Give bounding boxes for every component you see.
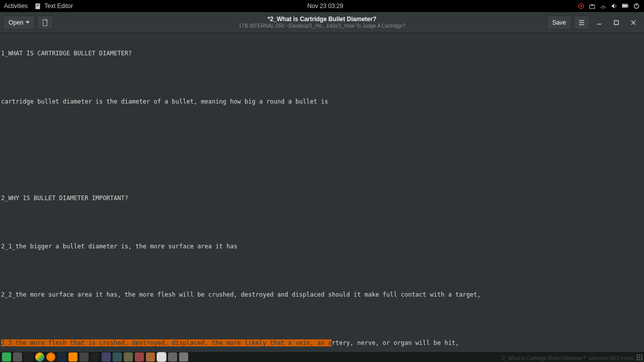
svg-rect-9 <box>627 5 628 7</box>
dock-files[interactable] <box>13 352 22 361</box>
volume-icon[interactable] <box>611 3 618 10</box>
clock[interactable]: Nov 23 03:29 <box>73 3 578 10</box>
text-line-selection: 2_3_the more flesh that is crushed, dest… <box>1 337 643 349</box>
dock-app-2[interactable] <box>102 352 111 361</box>
text-line <box>1 168 643 180</box>
svg-rect-3 <box>37 6 39 6</box>
text-editor-icon <box>35 3 41 10</box>
text-editor-area[interactable]: 1_WHAT IS CARTRIDGE BULLET DIAMETER? car… <box>0 33 644 352</box>
network-icon[interactable] <box>600 3 607 10</box>
hamburger-menu-button[interactable] <box>574 16 590 30</box>
selected-text: 2_3_the more flesh that is crushed, dest… <box>1 339 332 346</box>
app-menu-label: Text Editor <box>44 3 73 10</box>
update-icon[interactable] <box>589 3 596 10</box>
svg-rect-13 <box>43 19 47 25</box>
text-line <box>1 216 643 228</box>
svg-point-7 <box>603 8 604 9</box>
open-label: Open <box>9 19 23 26</box>
dock-show-desktop[interactable] <box>2 352 11 361</box>
dock-terminal[interactable] <box>24 352 33 361</box>
text-line <box>1 71 643 83</box>
dock-chrome[interactable] <box>35 352 44 361</box>
dock-app-4[interactable] <box>124 352 133 361</box>
dock-text-editor[interactable] <box>157 352 166 361</box>
dock-app-5[interactable] <box>135 352 144 361</box>
text-line <box>1 313 643 325</box>
text-line: cartridge bullet diameter is the diamete… <box>1 96 643 108</box>
dock-app-1[interactable] <box>79 352 89 361</box>
close-button[interactable] <box>626 16 641 30</box>
dock-app-3[interactable] <box>113 352 122 361</box>
text-line <box>1 120 643 132</box>
dock-firefox[interactable] <box>46 352 55 361</box>
text-line: 2_2_the more surface area it has, the mo… <box>1 289 643 301</box>
svg-rect-2 <box>37 5 40 6</box>
dock <box>2 352 188 361</box>
save-button[interactable]: Save <box>547 16 572 30</box>
dock-app-8[interactable] <box>179 352 188 361</box>
svg-rect-1 <box>37 4 40 5</box>
dock-vlc[interactable] <box>68 352 77 361</box>
text-line: 2_1_the bigger a bullet diameter is, the… <box>1 240 643 252</box>
svg-rect-6 <box>590 5 595 9</box>
dock-app-7[interactable] <box>168 352 177 361</box>
text-line: 1_WHAT IS CARTRIDGE BULLET DIAMETER? <box>1 47 643 59</box>
dock-obs[interactable] <box>91 352 100 361</box>
battery-icon[interactable] <box>622 3 629 10</box>
text-line <box>1 144 643 156</box>
document-path: 1TB INTERNAL DRI ~/Desktop/1_Ho…k43x/1_H… <box>239 23 406 29</box>
text-after-selection: rtery, nerve, or organ will be hit, <box>332 339 459 346</box>
text-line <box>1 264 643 277</box>
svg-rect-10 <box>622 5 627 7</box>
chevron-down-icon <box>26 21 30 24</box>
open-button[interactable]: Open <box>3 16 35 30</box>
new-document-button[interactable] <box>37 16 53 30</box>
dock-steam[interactable] <box>57 352 66 361</box>
activities-button[interactable]: Activities <box>4 3 28 10</box>
app-menu[interactable]: Text Editor <box>35 3 73 10</box>
screen-record-icon[interactable] <box>578 3 585 10</box>
text-line: 2_WHY IS BULLET DIAMETER IMPORTANT? <box>1 192 643 204</box>
minimize-button[interactable] <box>592 16 607 30</box>
maximize-button[interactable] <box>609 16 624 30</box>
document-title: *2_What is Cartridge Bullet Diameter? <box>239 16 406 23</box>
dock-app-6[interactable] <box>146 352 155 361</box>
svg-rect-18 <box>614 21 618 25</box>
power-icon[interactable] <box>633 3 640 10</box>
svg-point-5 <box>580 5 582 7</box>
